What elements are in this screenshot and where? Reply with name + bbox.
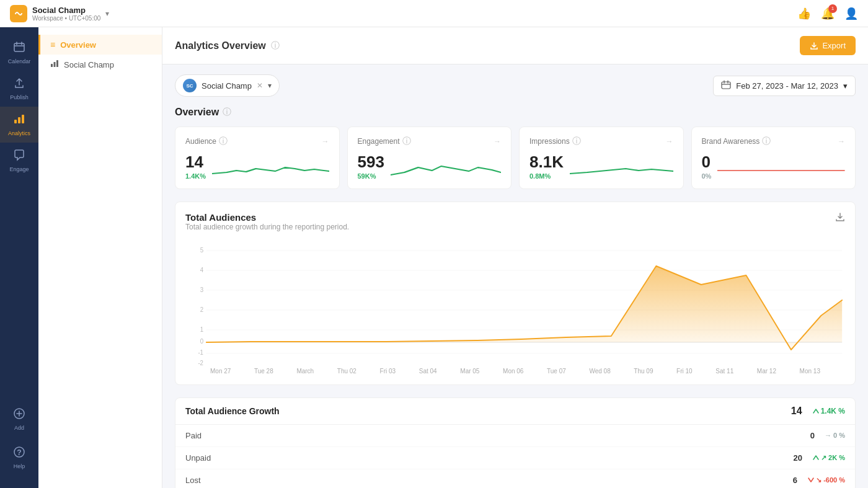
engage-icon [13, 149, 25, 164]
sidebar-add-label: Add [14, 425, 24, 431]
export-button[interactable]: Export [800, 36, 856, 55]
top-bar: Social Champ Workspace • UTC+05:00 ▾ 👍 🔔… [0, 0, 868, 27]
x-label-3: Thu 02 [337, 368, 356, 375]
audience-sparkline [212, 155, 329, 180]
sidebar-item-engage[interactable]: Engage [0, 143, 38, 179]
left-panel-social-champ[interactable]: Social Champ [38, 55, 162, 75]
svg-text:0: 0 [200, 337, 204, 344]
paid-label: Paid [185, 431, 202, 440]
sidebar: Calendar Publish Analytics [0, 27, 38, 488]
left-panel-overview[interactable]: ≡ Overview [38, 35, 162, 55]
x-label-6: Mar 05 [460, 368, 479, 375]
brand-awareness-sparkline [717, 155, 845, 180]
brand-awareness-arrow-icon[interactable]: → [838, 137, 845, 146]
engagement-info-icon[interactable]: ⓘ [402, 136, 411, 147]
audience-arrow-icon[interactable]: → [322, 137, 329, 146]
feedback-icon[interactable]: 👍 [797, 7, 811, 20]
metric-cards: Audience ⓘ → 14 1.4K% [175, 126, 856, 189]
date-chevron-icon[interactable]: ▾ [843, 81, 848, 91]
overview-info-icon[interactable]: ⓘ [223, 107, 231, 118]
account-close-icon[interactable]: ✕ [257, 81, 263, 90]
engagement-arrow-icon[interactable]: → [494, 137, 501, 146]
date-selector[interactable]: Feb 27, 2023 - Mar 12, 2023 ▾ [713, 76, 856, 96]
metric-card-brand-awareness: Brand Awareness ⓘ → 0 0% [691, 126, 856, 189]
svg-rect-15 [722, 82, 730, 89]
main-layout: Calendar Publish Analytics [0, 27, 868, 488]
growth-table-header: Total Audience Growth 14 1.4K % [175, 398, 855, 425]
svg-text:5: 5 [200, 246, 204, 253]
sidebar-item-calendar[interactable]: Calendar [0, 35, 38, 71]
impressions-arrow-icon[interactable]: → [666, 137, 673, 146]
top-bar-right: 👍 🔔 1 👤 [797, 7, 858, 20]
unpaid-value: 20 [794, 453, 802, 463]
growth-table-row-paid: Paid 0 → 0 % [175, 425, 855, 447]
impressions-sparkline [570, 155, 673, 180]
svg-rect-14 [56, 60, 58, 67]
svg-text:-2: -2 [198, 359, 203, 365]
sidebar-bottom: Add ? Help [13, 401, 25, 481]
total-audiences-chart-section: Total Audiences Total audience growth du… [175, 202, 856, 385]
add-icon [13, 407, 25, 423]
top-bar-left: Social Champ Workspace • UTC+05:00 ▾ [10, 5, 109, 22]
brand-awareness-value: 0 [702, 153, 712, 171]
overview-section: Overview ⓘ Audience ⓘ → [175, 107, 856, 189]
growth-main-value: 14 [791, 406, 802, 417]
svg-rect-0 [14, 43, 24, 51]
x-label-14: Mon 13 [800, 368, 820, 375]
x-label-5: Sat 04 [419, 368, 437, 375]
paid-values: 0 → 0 % [810, 431, 845, 440]
brand-awareness-values: 0 0% [702, 153, 712, 180]
x-label-13: Mar 12 [757, 368, 776, 375]
metric-card-impressions: Impressions ⓘ → 8.1K 0.8M% [519, 126, 684, 189]
sidebar-item-help[interactable]: ? Help [13, 440, 25, 476]
workspace-chevron[interactable]: ▾ [105, 9, 109, 18]
engagement-card-body: 593 59K% [358, 153, 502, 180]
sidebar-item-analytics[interactable]: Analytics [0, 107, 38, 143]
brand-awareness-card-header: Brand Awareness ⓘ → [702, 136, 846, 147]
sidebar-help-label: Help [14, 463, 25, 469]
calendar-date-icon [721, 80, 731, 92]
audience-change: 1.4K% [185, 172, 206, 180]
user-avatar-icon[interactable]: 👤 [844, 7, 858, 20]
chart-download-icon[interactable] [835, 212, 845, 224]
sidebar-item-add[interactable]: Add [13, 401, 25, 437]
chart-title-group: Total Audiences Total audience growth du… [185, 212, 349, 239]
notification-bell[interactable]: 🔔 1 [821, 7, 835, 20]
app-logo [10, 5, 27, 22]
brand-awareness-info-icon[interactable]: ⓘ [762, 136, 771, 147]
export-label: Export [822, 41, 846, 50]
x-label-11: Fri 10 [676, 368, 693, 375]
account-chevron-icon[interactable]: ▾ [268, 81, 272, 90]
overview-title-row: Overview ⓘ [175, 107, 856, 118]
svg-rect-13 [54, 62, 56, 67]
social-champ-nav-icon [50, 60, 59, 70]
sidebar-publish-label: Publish [10, 94, 29, 100]
brand-awareness-card-body: 0 0% [702, 153, 846, 180]
growth-table: Total Audience Growth 14 1.4K % Paid 0 [175, 397, 856, 488]
app-name: Social Champ [32, 6, 100, 15]
brand-awareness-title: Brand Awareness ⓘ [702, 136, 771, 147]
growth-table-title: Total Audience Growth [185, 406, 280, 416]
svg-rect-4 [14, 120, 17, 123]
date-range-label: Feb 27, 2023 - Mar 12, 2023 [736, 81, 838, 91]
audience-value: 14 [185, 153, 206, 171]
help-icon: ? [13, 446, 25, 461]
analytics-info-icon[interactable]: ⓘ [271, 40, 280, 51]
svg-text:-1: -1 [198, 348, 203, 355]
impressions-info-icon[interactable]: ⓘ [572, 136, 581, 147]
paid-value: 0 [810, 431, 815, 440]
audience-info-icon[interactable]: ⓘ [219, 136, 228, 147]
account-selector[interactable]: SC Social Champ ✕ ▾ [175, 74, 280, 97]
x-label-8: Tue 07 [547, 368, 566, 375]
sidebar-item-publish[interactable]: Publish [0, 71, 38, 107]
svg-text:3: 3 [200, 286, 204, 293]
analytics-icon [13, 113, 25, 128]
analytics-body: SC Social Champ ✕ ▾ Feb 27, 2023 - [162, 64, 868, 488]
app-name-area: Social Champ Workspace • UTC+05:00 [32, 6, 100, 22]
lost-label: Lost [185, 476, 201, 485]
overview-title: Overview [175, 107, 219, 118]
unpaid-percent: ↗ 2K % [812, 454, 845, 462]
impressions-value: 8.1K [529, 153, 564, 171]
engagement-card-header: Engagement ⓘ → [358, 136, 502, 147]
analytics-title: Analytics Overview [175, 40, 266, 51]
